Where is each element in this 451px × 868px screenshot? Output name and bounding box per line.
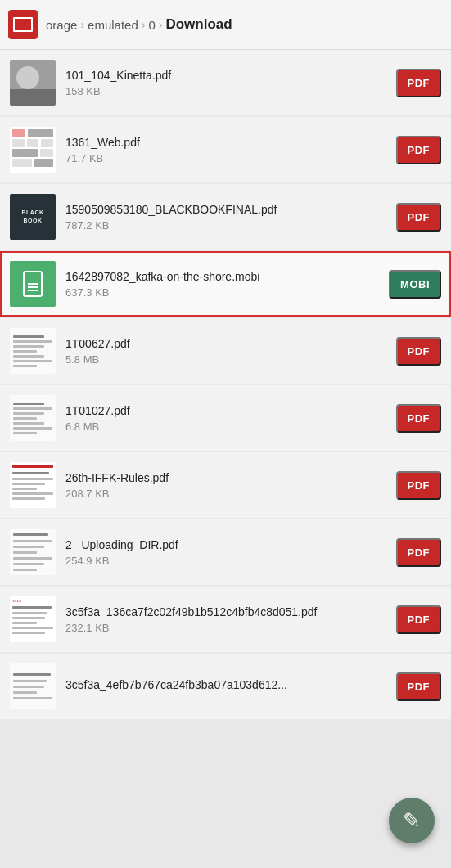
list-item[interactable]: 1361_Web.pdf 71.7 KB PDF — [0, 117, 451, 182]
file-info: 1T01027.pdf 6.8 MB — [65, 403, 396, 433]
file-info: 101_104_Kinetta.pdf 158 KB — [65, 68, 396, 97]
list-item[interactable]: 101_104_Kinetta.pdf 158 KB PDF — [0, 50, 451, 115]
file-thumbnail — [10, 328, 56, 374]
edit-icon: ✎ — [403, 810, 421, 831]
mobi-badge-button[interactable]: MOBI — [389, 270, 441, 299]
breadcrumb-emulated[interactable]: emulated — [88, 18, 138, 32]
file-name: 3c5f3a_4efb7b767ca24fb3ba07a103d612... — [65, 677, 396, 692]
file-name: 1590509853180_BLACKBOOKFINAL.pdf — [65, 202, 396, 217]
file-thumbnail — [10, 60, 56, 106]
file-name: 26th-IFFK-Rules.pdf — [65, 470, 396, 485]
file-size: 158 KB — [65, 85, 396, 97]
breadcrumb-sep-1: › — [80, 18, 84, 31]
file-name: 3c5f3a_136ca7f2c02f49b1b512c4bfb4c8d051.… — [65, 605, 396, 619]
file-thumbnail — [10, 395, 56, 441]
file-name: 2_ Uploading_DIR.pdf — [65, 537, 396, 552]
pdf-badge-button[interactable]: PDF — [396, 136, 442, 164]
file-name: 101_104_Kinetta.pdf — [65, 68, 396, 83]
list-item[interactable]: 2_ Uploading_DIR.pdf 254.9 KB PDF — [0, 519, 451, 585]
file-size: 254.9 KB — [65, 555, 396, 567]
file-thumbnail — [10, 663, 56, 709]
file-size: 232.1 KB — [65, 622, 396, 634]
breadcrumb-sep-3: › — [159, 18, 163, 31]
list-item[interactable]: TITLE 3c5f3a_136ca7f2c02f49b1b512c4bfb4c… — [0, 587, 451, 652]
pdf-badge-button[interactable]: PDF — [396, 672, 442, 701]
app-icon — [8, 10, 38, 39]
list-item[interactable]: 1T00627.pdf 5.8 MB PDF — [0, 318, 451, 384]
app-header: orage › emulated › 0 › Download — [0, 0, 451, 50]
breadcrumb: orage › emulated › 0 › Download — [46, 16, 443, 33]
file-thumbnail: TITLE — [10, 596, 56, 642]
file-info: 1590509853180_BLACKBOOKFINAL.pdf 787.2 K… — [65, 202, 396, 232]
file-list: 101_104_Kinetta.pdf 158 KB PDF 1361_Web.… — [0, 50, 451, 719]
breadcrumb-current: Download — [165, 16, 232, 33]
pdf-badge-button[interactable]: PDF — [396, 605, 442, 634]
breadcrumb-storage[interactable]: orage — [46, 18, 77, 32]
list-item[interactable]: 26th-IFFK-Rules.pdf 208.7 KB PDF — [0, 452, 451, 518]
pdf-badge-button[interactable]: PDF — [396, 538, 442, 567]
file-name: 1642897082_kafka-on-the-shore.mobi — [65, 269, 389, 284]
pdf-badge-button[interactable]: PDF — [396, 69, 442, 97]
pdf-badge-button[interactable]: PDF — [396, 404, 442, 433]
pdf-badge-button[interactable]: PDF — [396, 471, 442, 500]
file-thumbnail — [10, 127, 56, 173]
file-info: 2_ Uploading_DIR.pdf 254.9 KB — [65, 537, 396, 567]
fab-edit-button[interactable]: ✎ — [389, 798, 435, 843]
file-size: 6.8 MB — [65, 421, 396, 433]
file-thumbnail: BLACKBOOK — [10, 194, 56, 240]
file-size: 208.7 KB — [65, 488, 396, 500]
thumb-text: BLACKBOOK — [22, 209, 44, 225]
file-thumbnail — [10, 529, 56, 575]
file-size: 5.8 MB — [65, 353, 396, 366]
file-size: 71.7 KB — [65, 152, 396, 164]
file-size: 787.2 KB — [65, 219, 396, 232]
file-info: 1642897082_kafka-on-the-shore.mobi 637.3… — [65, 269, 389, 299]
list-item[interactable]: 3c5f3a_4efb7b767ca24fb3ba07a103d612... P… — [0, 654, 451, 719]
list-item-selected[interactable]: 1642897082_kafka-on-the-shore.mobi 637.3… — [0, 251, 451, 317]
file-name: 1T00627.pdf — [65, 336, 396, 351]
file-name: 1361_Web.pdf — [65, 135, 396, 150]
file-info: 3c5f3a_4efb7b767ca24fb3ba07a103d612... — [65, 677, 396, 695]
list-item[interactable]: 1T01027.pdf 6.8 MB PDF — [0, 385, 451, 451]
pdf-badge-button[interactable]: PDF — [396, 203, 442, 232]
mobi-thumb-icon — [23, 271, 43, 297]
breadcrumb-zero[interactable]: 0 — [148, 18, 155, 32]
file-info: 3c5f3a_136ca7f2c02f49b1b512c4bfb4c8d051.… — [65, 605, 396, 634]
file-thumbnail — [10, 462, 56, 508]
file-thumbnail — [10, 261, 56, 307]
file-info: 1T00627.pdf 5.8 MB — [65, 336, 396, 366]
file-info: 26th-IFFK-Rules.pdf 208.7 KB — [65, 470, 396, 500]
breadcrumb-sep-2: › — [142, 18, 146, 31]
file-name: 1T01027.pdf — [65, 403, 396, 418]
pdf-badge-button[interactable]: PDF — [396, 337, 442, 366]
file-info: 1361_Web.pdf 71.7 KB — [65, 135, 396, 164]
list-item[interactable]: BLACKBOOK 1590509853180_BLACKBOOKFINAL.p… — [0, 184, 451, 250]
file-size: 637.3 KB — [65, 286, 389, 299]
